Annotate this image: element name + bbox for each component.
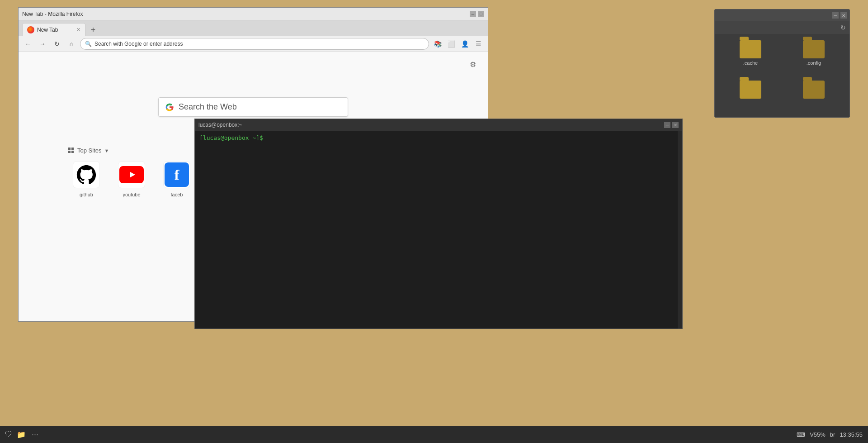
taskbar-br-label: br	[830, 431, 835, 438]
terminal-prompt: [lucas@openbox ~]$	[199, 134, 267, 141]
taskbar-shield-icon[interactable]: 🛡	[4, 429, 14, 439]
ff-top-sites-grid: github youtube	[68, 161, 195, 197]
ff-window-title: New Tab - Mozilla Firefox	[22, 11, 83, 17]
ff-tab-newtab[interactable]: New Tab ✕	[22, 23, 85, 36]
taskbar-time: 13:35:55	[840, 431, 863, 438]
ff-minimize-button[interactable]: ─	[470, 11, 476, 17]
folder-icon-config	[803, 40, 825, 58]
fm-folder-config[interactable]: .config	[784, 40, 843, 76]
fm-close-button[interactable]: ✕	[840, 12, 847, 19]
taskbar-right: ⌨ V55% br 13:35:55	[797, 431, 868, 438]
ff-maximize-button[interactable]: □	[478, 11, 484, 17]
top-site-youtube[interactable]: youtube	[113, 161, 150, 197]
youtube-logo	[119, 166, 144, 183]
fm-folder-label-cache: .cache	[743, 60, 758, 66]
terminal-window: lucas@openbox:~ ─ ✕ [lucas@openbox ~]$ _	[194, 119, 683, 329]
github-icon-wrap	[73, 161, 100, 188]
top-sites-chevron-icon[interactable]: ▼	[104, 148, 109, 153]
ff-account-button[interactable]: 👤	[459, 38, 471, 50]
facebook-icon-wrap: f	[163, 161, 190, 188]
fm-toolbar: ↻	[715, 21, 849, 34]
taskbar-left: 🛡 📁 ···	[0, 429, 41, 439]
fm-refresh-button[interactable]: ↻	[840, 24, 846, 31]
fm-folder-cache[interactable]: .cache	[721, 40, 780, 76]
ff-search-inner: Search the Web	[158, 97, 348, 117]
ff-window-buttons: ─ □	[470, 11, 484, 17]
ff-new-tab-button[interactable]: +	[87, 24, 99, 36]
top-site-facebook-label: faceb	[171, 192, 183, 197]
terminal-controls: ─ ✕	[664, 122, 679, 128]
ff-nav-right-buttons: 📚 ⬜ 👤 ☰	[432, 38, 484, 50]
ff-search-box[interactable]: Search the Web	[158, 97, 348, 117]
ff-page-settings-button[interactable]: ⚙	[467, 58, 479, 70]
ff-tabbar: New Tab ✕ +	[19, 20, 488, 36]
fm-folder-4[interactable]	[784, 81, 843, 111]
ff-top-sites-header: Top Sites ▼	[68, 147, 195, 154]
ff-tab-label: New Tab	[37, 27, 58, 33]
youtube-play-icon	[126, 169, 137, 180]
file-manager-window: ─ ✕ ↻ .cache .config	[714, 9, 850, 118]
ff-search-icon: 🔍	[85, 41, 92, 47]
github-icon	[76, 165, 96, 185]
fm-content: .cache .config	[715, 34, 849, 117]
youtube-icon-wrap	[118, 161, 145, 188]
ff-tab-close-button[interactable]: ✕	[76, 27, 80, 33]
fm-folder-3[interactable]	[721, 81, 780, 111]
fm-folder-label-config: .config	[807, 60, 821, 66]
top-site-github-label: github	[80, 192, 93, 197]
svg-rect-2	[68, 151, 71, 153]
svg-rect-1	[71, 148, 74, 150]
folder-icon-4	[803, 81, 825, 99]
google-logo	[165, 103, 174, 112]
svg-rect-0	[68, 148, 71, 150]
ff-urlbar-text: Search with Google or enter address	[94, 41, 424, 47]
terminal-close-button[interactable]: ✕	[672, 122, 679, 128]
ff-top-sites-section: Top Sites ▼ github	[68, 147, 195, 197]
top-site-github[interactable]: github	[68, 161, 104, 197]
terminal-cursor: _	[267, 134, 270, 141]
facebook-logo: f	[165, 162, 189, 187]
taskbar-files-icon[interactable]: 📁	[16, 429, 26, 439]
taskbar-dots[interactable]: ···	[29, 430, 41, 439]
terminal-scrollbar[interactable]	[678, 131, 682, 329]
top-sites-grid-icon	[68, 148, 75, 154]
terminal-minimize-button[interactable]: ─	[664, 122, 670, 128]
folder-icon-3	[740, 81, 761, 99]
top-site-youtube-label: youtube	[123, 192, 140, 197]
ff-search-placeholder: Search the Web	[179, 102, 237, 112]
ff-top-sites-label: Top Sites	[77, 147, 101, 154]
top-site-facebook[interactable]: f faceb	[159, 161, 195, 197]
ff-synced-tabs-button[interactable]: ⬜	[445, 38, 457, 50]
terminal-body[interactable]: [lucas@openbox ~]$ _	[195, 131, 682, 329]
taskbar: 🛡 📁 ··· ⌨ V55% br 13:35:55	[0, 426, 868, 443]
ff-back-button[interactable]: ←	[22, 38, 34, 50]
ff-menu-button[interactable]: ☰	[472, 38, 484, 50]
ff-reload-button[interactable]: ↻	[51, 38, 63, 50]
ff-navbar: ← → ↻ ⌂ 🔍 Search with Google or enter ad…	[19, 36, 488, 52]
svg-marker-4	[130, 172, 135, 177]
ff-titlebar: New Tab - Mozilla Firefox ─ □	[19, 8, 488, 20]
svg-rect-3	[71, 151, 74, 153]
folder-icon-cache	[740, 40, 761, 58]
fm-minimize-button[interactable]: ─	[832, 12, 839, 19]
ff-forward-button[interactable]: →	[37, 38, 48, 50]
ff-home-button[interactable]: ⌂	[66, 38, 77, 50]
taskbar-volume-label: V55%	[810, 431, 826, 438]
ff-library-button[interactable]: 📚	[432, 38, 443, 50]
taskbar-keyboard-icon: ⌨	[797, 431, 805, 438]
terminal-titlebar: lucas@openbox:~ ─ ✕	[195, 119, 682, 131]
terminal-title: lucas@openbox:~	[198, 122, 242, 128]
firefox-tab-icon	[27, 26, 34, 33]
fm-titlebar: ─ ✕	[715, 10, 849, 21]
ff-urlbar[interactable]: 🔍 Search with Google or enter address	[80, 38, 429, 50]
